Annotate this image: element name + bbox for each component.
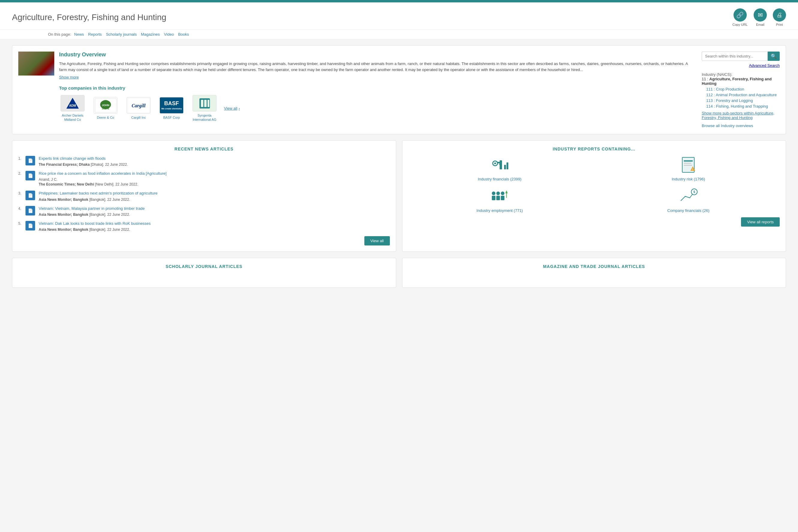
on-this-page-label: On this page: bbox=[48, 32, 71, 37]
top-bar bbox=[0, 0, 798, 2]
news-title-5[interactable]: Vietnam: Dak Lak looks to boost trade li… bbox=[39, 221, 151, 226]
bottom-sections: RECENT NEWS ARTICLES 1. 📄 Experts link c… bbox=[12, 140, 786, 252]
report-financials[interactable]: $ Industry financials (2399) bbox=[408, 156, 591, 181]
report-employment[interactable]: Industry employment (771) bbox=[408, 187, 591, 213]
svg-text:ADM: ADM bbox=[69, 104, 76, 107]
industry-reports-card: INDUSTRY REPORTS CONTAINING... bbox=[402, 140, 786, 252]
company-deere-logo: JOHN DEERE bbox=[94, 97, 117, 114]
svg-rect-17 bbox=[207, 100, 209, 107]
nav-link-video[interactable]: Video bbox=[164, 32, 174, 37]
naics-112[interactable]: 112 : Animal Production and Aquaculture bbox=[706, 93, 780, 97]
print-button[interactable]: 🖨 Print bbox=[773, 8, 786, 26]
recent-news-title: RECENT NEWS ARTICLES bbox=[18, 147, 390, 151]
news-content-4: Vietnam: Vietnam, Malaysia partner in pr… bbox=[39, 206, 145, 217]
svg-text:$: $ bbox=[694, 190, 695, 194]
news-num-2: 2. bbox=[18, 171, 22, 176]
news-source-2: Anand, J C.The Economic Times; New Delhi… bbox=[39, 177, 138, 186]
news-source-4: Asia News Monitor; Bangkok [Bangkok]. 22… bbox=[39, 212, 130, 217]
company-syngenta[interactable]: Syngenta International AG bbox=[191, 95, 218, 122]
report-risk-icon: ! bbox=[678, 156, 699, 174]
news-item-4: 4. 📄 Vietnam: Vietnam, Malaysia partner … bbox=[18, 206, 390, 217]
view-all-companies-link[interactable]: View all › bbox=[224, 106, 240, 111]
search-button[interactable]: 🔍 bbox=[768, 52, 780, 61]
report-financials-link[interactable]: Industry financials (2399) bbox=[478, 177, 521, 181]
svg-rect-16 bbox=[204, 100, 207, 107]
print-icon: 🖨 bbox=[773, 8, 786, 22]
svg-point-33 bbox=[496, 191, 500, 195]
svg-rect-34 bbox=[496, 196, 500, 200]
recent-news-card: RECENT NEWS ARTICLES 1. 📄 Experts link c… bbox=[12, 140, 396, 252]
company-cargill[interactable]: Cargill Cargill Inc bbox=[125, 97, 152, 119]
nav-link-news[interactable]: News bbox=[74, 32, 84, 37]
sidebar-search-form: 🔍 bbox=[702, 52, 780, 61]
email-button[interactable]: ✉ Email bbox=[754, 8, 767, 26]
industry-image bbox=[18, 52, 54, 76]
search-input[interactable] bbox=[702, 52, 768, 61]
report-risk[interactable]: ! Industry risk (1796) bbox=[597, 156, 780, 181]
view-all-news-button[interactable]: View all bbox=[364, 236, 390, 245]
industry-reports-title: INDUSTRY REPORTS CONTAINING... bbox=[408, 147, 780, 151]
svg-text:DEERE: DEERE bbox=[102, 108, 109, 110]
svg-text:Cargill: Cargill bbox=[131, 103, 145, 109]
company-adm-logo: ADM bbox=[60, 95, 85, 112]
sidebar: 🔍 Advanced Search Industry (NAICS): 11 :… bbox=[702, 52, 780, 128]
view-all-reports-container: View all reports bbox=[408, 217, 780, 227]
advanced-search-link[interactable]: Advanced Search bbox=[702, 63, 780, 68]
company-syngenta-logo bbox=[192, 95, 217, 112]
news-icon-3: 📄 bbox=[25, 191, 35, 200]
news-title-1[interactable]: Experts link climate change with floods bbox=[39, 156, 128, 161]
nav-link-scholarly[interactable]: Scholarly journals bbox=[106, 32, 137, 37]
company-deere[interactable]: JOHN DEERE Deere & Co bbox=[92, 97, 119, 119]
scholarly-section: SCHOLARLY JOURNAL ARTICLES bbox=[12, 258, 396, 288]
report-risk-link[interactable]: Industry risk (1796) bbox=[672, 177, 705, 181]
news-num-1: 1. bbox=[18, 156, 22, 160]
svg-rect-27 bbox=[684, 163, 691, 164]
news-title-2[interactable]: Rice price rise a concern as food inflat… bbox=[39, 171, 166, 176]
naics-111[interactable]: 111 : Crop Production bbox=[706, 87, 780, 91]
view-all-reports-button[interactable]: View all reports bbox=[741, 217, 780, 227]
top-companies-title: Top companies in this industry bbox=[59, 86, 696, 91]
report-employment-link[interactable]: Industry employment (771) bbox=[477, 208, 523, 213]
naics-114[interactable]: 114 : Fishing, Hunting and Trapping bbox=[706, 104, 780, 109]
view-all-news-container: View all bbox=[18, 236, 390, 245]
nav-link-reports[interactable]: Reports bbox=[88, 32, 102, 37]
show-more-link[interactable]: Show more bbox=[59, 75, 79, 79]
news-item-5: 5. 📄 Vietnam: Dak Lak looks to boost tra… bbox=[18, 221, 390, 232]
view-all-companies-text[interactable]: View all › bbox=[224, 106, 240, 111]
news-title-3[interactable]: Philippines: Lawmaker backs next admin's… bbox=[39, 191, 157, 196]
report-company[interactable]: $ Company financials (26) bbox=[597, 187, 780, 213]
company-deere-name: Deere & Co bbox=[97, 115, 114, 119]
company-basf[interactable]: BASF We create chemistry BASF Corp bbox=[158, 97, 185, 119]
news-content-5: Vietnam: Dak Lak looks to boost trade li… bbox=[39, 221, 151, 232]
news-title-4[interactable]: Vietnam: Vietnam, Malaysia partner in pr… bbox=[39, 206, 145, 211]
svg-rect-15 bbox=[201, 100, 203, 107]
naics-113[interactable]: 113 : Forestry and Logging bbox=[706, 98, 780, 103]
svg-rect-23 bbox=[506, 163, 508, 169]
news-icon-1: 📄 bbox=[25, 156, 35, 166]
browse-all-link[interactable]: Browse all Industry overviews bbox=[702, 124, 780, 128]
report-company-link[interactable]: Company financials (26) bbox=[667, 208, 709, 213]
company-basf-logo: BASF We create chemistry bbox=[160, 97, 184, 114]
industry-overview-card: Industry Overview The Agriculture, Fores… bbox=[12, 45, 786, 134]
scholarly-title: SCHOLARLY JOURNAL ARTICLES bbox=[18, 264, 390, 269]
naics-code: 11 : bbox=[702, 77, 708, 81]
page-header: Agriculture, Forestry, Fishing and Hunti… bbox=[0, 2, 798, 30]
email-label: Email bbox=[756, 23, 764, 26]
nav-link-magazines[interactable]: Magazines bbox=[141, 32, 160, 37]
svg-text:We create chemistry: We create chemistry bbox=[161, 108, 182, 110]
nav-link-books[interactable]: Books bbox=[178, 32, 189, 37]
companies-list: ADM Archer Daniels Midland Co bbox=[59, 95, 696, 122]
magazine-section: MAGAZINE AND TRADE JOURNAL ARTICLES bbox=[402, 258, 786, 288]
svg-point-19 bbox=[494, 163, 496, 164]
news-item-1: 1. 📄 Experts link climate change with fl… bbox=[18, 156, 390, 167]
print-label: Print bbox=[776, 23, 783, 26]
naics-name: Agriculture, Forestry, Fishing and Hunti… bbox=[702, 77, 772, 86]
news-icon-5: 📄 bbox=[25, 221, 35, 230]
news-source-3: Asia News Monitor; Bangkok [Bangkok]. 22… bbox=[39, 197, 130, 202]
show-more-subsectors-link[interactable]: Show more sub-sectors within Agriculture… bbox=[702, 111, 780, 120]
company-adm[interactable]: ADM Archer Daniels Midland Co bbox=[59, 95, 86, 122]
news-list: 1. 📄 Experts link climate change with fl… bbox=[18, 156, 390, 232]
copy-url-button[interactable]: 🔗 Copy URL bbox=[732, 8, 748, 26]
report-company-icon: $ bbox=[678, 187, 699, 205]
news-source-5: Asia News Monitor; Bangkok [Bangkok]. 22… bbox=[39, 227, 130, 232]
